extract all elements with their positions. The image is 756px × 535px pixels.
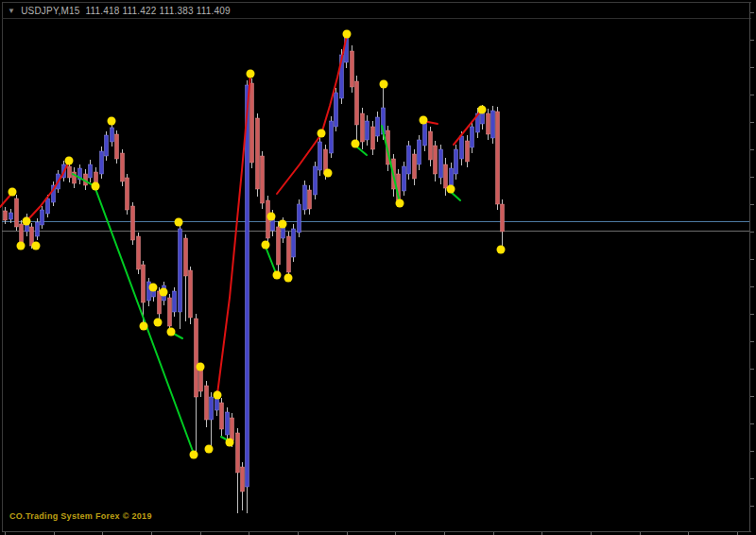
bear-candle — [434, 146, 438, 174]
bear-candle — [126, 178, 129, 210]
bull-candle — [460, 136, 464, 159]
bear-candle — [287, 236, 291, 272]
mt4-chart-window: ▼ USDJPY,M15 111.418 111.422 111.383 111… — [0, 0, 756, 535]
bull-candle — [403, 166, 406, 191]
bear-candle — [168, 298, 172, 326]
bull-candle — [89, 164, 93, 178]
signal-dot — [324, 169, 333, 178]
bear-candle — [68, 166, 72, 178]
signal-dot — [65, 157, 74, 165]
bear-candle — [250, 83, 254, 163]
bear-candle — [121, 153, 125, 181]
bear-candle — [189, 270, 193, 318]
bull-candle — [335, 93, 338, 127]
signal-dot — [205, 445, 214, 454]
bear-candle — [241, 467, 245, 492]
bear-candle — [131, 206, 135, 240]
bear-candle — [231, 418, 234, 440]
bull-candle — [418, 140, 421, 164]
candlestick-chart-canvas[interactable] — [0, 0, 756, 535]
bear-candle — [137, 236, 141, 269]
signal-dot — [318, 129, 326, 138]
signal-dot — [167, 328, 176, 337]
bull-candle — [303, 185, 307, 210]
signal-dot — [420, 116, 428, 125]
bull-candle — [226, 412, 230, 435]
signal-dot — [478, 106, 487, 114]
signal-dot — [497, 246, 506, 254]
chevron-down-icon[interactable]: ▼ — [8, 8, 15, 15]
bull-candle — [318, 142, 322, 170]
signal-dot — [23, 217, 31, 226]
bear-candle — [351, 51, 354, 87]
bear-candle — [195, 319, 198, 397]
bull-candle — [471, 127, 474, 147]
bear-candle — [496, 112, 500, 204]
chart-header: ▼ USDJPY,M15 111.418 111.422 111.383 111… — [8, 6, 231, 16]
signal-dot — [9, 188, 17, 197]
bear-candle — [199, 369, 203, 391]
signal-dot — [17, 242, 26, 250]
bear-candle — [429, 131, 433, 160]
bull-candle — [366, 121, 369, 140]
signal-dot — [149, 284, 158, 292]
bull-candle — [407, 146, 411, 174]
bear-candle — [371, 127, 375, 149]
signal-dot — [197, 363, 205, 371]
bull-candle — [450, 168, 454, 185]
bull-candle — [41, 210, 44, 225]
bear-candle — [15, 198, 19, 227]
bear-candle — [501, 204, 505, 232]
bear-candle — [308, 190, 312, 209]
bull-candle — [491, 111, 495, 138]
signal-dot — [108, 117, 116, 126]
bull-candle — [246, 85, 249, 487]
bear-candle — [236, 433, 240, 473]
signal-dot — [226, 439, 234, 447]
signal-dot — [267, 213, 276, 221]
bull-candle — [292, 229, 296, 257]
bear-candle — [466, 141, 470, 162]
bear-candle — [277, 227, 281, 265]
signal-dot — [343, 30, 352, 39]
bear-candle — [261, 156, 265, 203]
bull-candle — [111, 128, 114, 142]
signal-dot — [160, 288, 168, 297]
bear-candle — [20, 224, 24, 244]
bull-candle — [298, 204, 301, 233]
bear-candle — [413, 154, 417, 179]
bull-candle — [36, 222, 40, 236]
bear-candle — [444, 164, 448, 188]
bear-candle — [184, 238, 188, 276]
signal-dot — [352, 140, 360, 148]
bull-candle — [179, 229, 182, 312]
bull-candle — [173, 291, 177, 312]
bear-candle — [487, 113, 490, 134]
bull-candle — [100, 151, 104, 174]
ohlc-values-label: 111.418 111.422 111.383 111.409 — [86, 6, 231, 16]
signal-dot — [396, 199, 404, 208]
bull-candle — [439, 149, 443, 178]
signal-dot — [32, 242, 41, 250]
swing-line-green[interactable] — [382, 126, 400, 202]
signal-dot — [284, 274, 293, 283]
copyright-watermark: CO.Trading System Forex © 2019 — [9, 511, 152, 521]
swing-line-green[interactable] — [266, 247, 276, 273]
bear-candle — [355, 81, 359, 125]
bull-candle — [46, 198, 50, 214]
bull-candle — [105, 135, 109, 156]
bear-candle — [4, 211, 8, 220]
bull-candle — [314, 166, 318, 195]
bull-candle — [423, 123, 427, 146]
signal-dot — [190, 451, 198, 459]
signal-dot — [140, 322, 148, 331]
signal-dot — [247, 70, 255, 78]
symbol-timeframe-label: USDJPY,M15 — [21, 6, 79, 16]
bear-candle — [220, 403, 224, 429]
signal-dot — [447, 185, 455, 194]
bull-candle — [9, 213, 13, 219]
signal-dot — [262, 241, 270, 250]
signal-dot — [175, 218, 183, 227]
bear-candle — [115, 134, 119, 159]
bull-candle — [210, 397, 214, 420]
